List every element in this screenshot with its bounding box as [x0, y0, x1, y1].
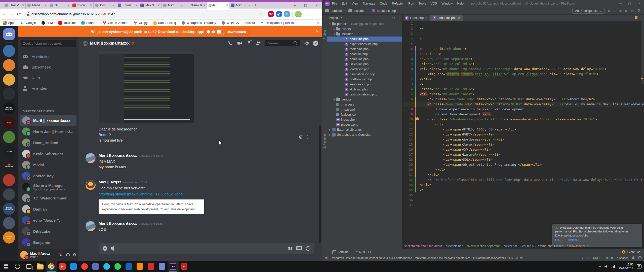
search-input[interactable]: Zoeken: [265, 40, 300, 46]
breadcrumb-chip[interactable]: div.container ›: [446, 244, 465, 248]
tree-arrow-icon[interactable]: [333, 98, 336, 101]
indent-setting[interactable]: 4 spaces: [617, 256, 628, 259]
code-line[interactable]: 1: [403, 21, 644, 26]
project-tree-row[interactable]: process.php: [327, 122, 402, 127]
code-line[interactable]: 28 <li><span>SQL</span></li>: [403, 157, 644, 162]
dm-list-item[interactable]: DitisLuke: [20, 226, 76, 237]
code-line[interactable]: 9 class="col-sm-12 col-md-6">: [403, 61, 644, 66]
tab-close-icon[interactable]: ×: [249, 4, 250, 7]
browser-tab[interactable]: bs-cu ×: [71, 2, 94, 9]
code-editor[interactable]: 12==34=56mh-about" id="mh-about">7contai…: [403, 21, 644, 243]
dm-list-item[interactable]: Kevin Schreuder: [20, 148, 76, 159]
tab-close-icon[interactable]: ×: [226, 4, 228, 7]
chat-message[interactable]: JOE: [99, 227, 106, 231]
project-stripe-tab[interactable]: Project: [323, 30, 326, 39]
secure-lock-icon[interactable]: [27, 14, 29, 16]
message-more-icon[interactable]: ⋮: [306, 134, 310, 139]
browser-tab[interactable]: SFI ×: [48, 2, 71, 9]
code-line[interactable]: 26 <li><span>C#</span></li>: [403, 147, 644, 152]
code-line[interactable]: 15<div class="mh-about-inner">: [403, 92, 644, 97]
tab-close-icon[interactable]: ×: [181, 4, 182, 7]
message-author[interactable]: Marit || xxxmaritaxxx: [99, 221, 137, 226]
stop-icon[interactable]: ■: [625, 9, 627, 13]
menu-item[interactable]: Refactor: [392, 2, 404, 5]
code-line[interactable]: 30 </ul>: [403, 167, 644, 172]
code-line[interactable]: 14 class="col-sm-12 col-md-6">: [403, 87, 644, 92]
taskbar-app-icon[interactable]: ▶: [57, 261, 68, 272]
maximize-icon[interactable]: ▢: [300, 2, 311, 9]
sidebar-nav-item[interactable]: Vrienden: [20, 83, 76, 94]
bookmark-item[interactable]: Apps: [3, 21, 15, 25]
fix-link[interactable]: Fix...: [555, 238, 561, 241]
server-icon[interactable]: KEVINS CHATBOX: [3, 102, 15, 114]
avatar[interactable]: [86, 180, 96, 190]
terminal-button[interactable]: >_Terminal: [332, 250, 349, 254]
breadcrumb-chip[interactable]: div.row.section-separator ›: [466, 244, 502, 248]
menu-item[interactable]: File: [332, 2, 337, 5]
fonts-extension-icon[interactable]: FI: [284, 11, 290, 17]
server-icon[interactable]: STAFF: [3, 145, 15, 157]
browser-tab[interactable]: User P ×: [3, 2, 26, 9]
run-icon[interactable]: ▶: [608, 9, 611, 13]
avatar[interactable]: [86, 153, 96, 163]
editor-tab[interactable]: P index.php ✕: [403, 15, 430, 21]
message-link[interactable]: http://img.stevensmax.nl/chrome_X2ULgoLx…: [99, 192, 183, 196]
code-line[interactable]: 16 <h2 class="wow fadeInUp" data-wow-dur…: [403, 97, 644, 102]
project-tree-row[interactable]: navigation.inc.php: [327, 72, 402, 77]
microphone-muted-icon[interactable]: [59, 253, 63, 257]
code-line[interactable]: 10<div class="mh-about-img shadow-2 wow …: [403, 66, 644, 72]
server-icon[interactable]: FoxShot Server: [3, 231, 15, 244]
dm-list-item[interactable]: echo "Jasper";: [20, 215, 76, 226]
event-log-button[interactable]: 1 Event Log: [622, 250, 640, 254]
minimize-icon[interactable]: –: [289, 2, 300, 9]
bookmark-item[interactable]: YouTube: [58, 21, 76, 25]
code-line[interactable]: 24 <li><span>Wordpress</span></li>: [403, 137, 644, 142]
chat-message[interactable]: Is nog niet live: [99, 138, 123, 142]
project-tree-row[interactable]: index.php: [327, 117, 402, 122]
project-tree-row[interactable]: vendor: [327, 97, 402, 102]
project-tree-row[interactable]: experiences.inc.php: [327, 42, 402, 47]
task-view-button[interactable]: [23, 261, 35, 272]
code-line[interactable]: 37: [403, 202, 644, 208]
gift-icon[interactable]: [288, 246, 293, 251]
project-tree-row[interactable]: .htaccess: [327, 102, 402, 107]
chevron-down-icon[interactable]: ▼: [340, 17, 342, 19]
dm-list-item[interactable]: Harm-Jan || Harmer2...: [20, 126, 76, 137]
tab-close-icon[interactable]: ✕: [458, 16, 460, 20]
inspection-status-icon[interactable]: [635, 16, 637, 19]
add-reaction-icon[interactable]: [299, 135, 303, 139]
bookmark-item[interactable]: KaasHosting: [153, 21, 176, 25]
dm-list-item[interactable]: Damian: [20, 203, 76, 215]
project-tree-row[interactable]: footer.inc.php: [327, 47, 402, 52]
code-line[interactable]: 27 <li><span>Laravel</span></li>: [403, 152, 644, 157]
project-tree-row[interactable]: .htpasswd: [327, 107, 402, 112]
code-line[interactable]: 17 <p class="wow fadeInUp" data-wow-dura…: [403, 102, 644, 107]
minimize-icon[interactable]: —: [615, 0, 625, 7]
chat-scrollbar[interactable]: [319, 125, 321, 243]
project-tree-row[interactable]: services.inc.php: [327, 82, 402, 87]
chat-message[interactable]: Daar is de boosdoener: [99, 127, 137, 131]
dm-list-item[interactable]: Marit || xxxmaritaxxx: [20, 115, 76, 126]
project-tree-row[interactable]: loader.inc.php: [327, 67, 402, 72]
dm-list-item[interactable]: Daan_Holland: [20, 137, 76, 148]
code-line[interactable]: 31 </div>: [403, 172, 644, 177]
chat-message[interactable]: Had mn cache niet ververst: [99, 186, 145, 190]
download-button[interactable]: Downloaden: [223, 29, 249, 35]
server-icon[interactable]: [3, 59, 15, 71]
banner-close-icon[interactable]: ✕: [315, 29, 319, 34]
code-line[interactable]: 8ss="row section-separator">: [403, 56, 644, 61]
bookmark-item[interactable]: 3FM: [42, 21, 53, 25]
menu-item[interactable]: Code: [380, 2, 387, 5]
project-tree-row[interactable]: portfolio.inc.php: [327, 77, 402, 82]
taskbar-app-icon[interactable]: [46, 261, 57, 272]
menu-item[interactable]: Help: [457, 2, 464, 5]
browser-tab[interactable]: Media ×: [26, 2, 48, 9]
caret-position[interactable]: 17:121: [580, 256, 589, 259]
code-line[interactable]: 34v>: [403, 187, 644, 192]
status-icon[interactable]: [638, 256, 641, 259]
add-friend-icon[interactable]: [256, 41, 261, 46]
code-line[interactable]: 2==: [403, 26, 644, 31]
code-line[interactable]: 32 <!--<a href="" class="btn btn-fill wo…: [403, 177, 644, 182]
action-center-icon[interactable]: [637, 264, 641, 268]
forward-icon[interactable]: →: [8, 11, 15, 17]
